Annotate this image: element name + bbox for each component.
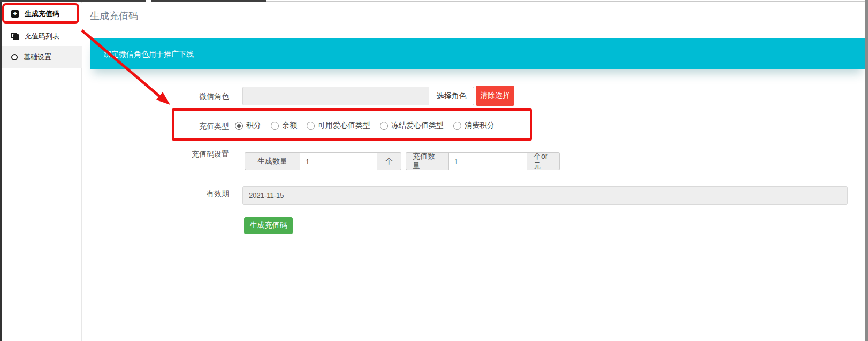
recharge-quantity-group: 充值数量 个or元 [406,152,560,170]
radio-option-points[interactable]: 积分 [235,121,261,130]
recharge-quantity-prefix: 充值数量 [406,152,448,170]
code-settings-label: 充值码设置 [82,149,229,159]
radio-label: 冻结爱心值类型 [391,121,444,130]
sidebar-item-generate-code[interactable]: + 生成充值码 [2,3,82,25]
sidebar-item-label: 基础设置 [24,52,51,62]
recharge-quantity-suffix: 个or元 [527,152,560,170]
recharge-quantity-input[interactable] [448,152,527,170]
radio-icon[interactable] [271,122,279,130]
main-content: 生成充值码 绑定微信角色用于推广下线 微信角色 选择角色 清除选择 充值类型 积… [82,0,865,341]
radio-label: 消费积分 [465,121,494,130]
sidebar-item-label: 生成充值码 [25,9,59,19]
radio-label: 积分 [246,121,261,130]
recharge-type-radio-group: 积分 余额 可用爱心值类型 冻结爱心值类型 消费积分 [235,118,494,133]
radio-icon[interactable] [235,122,243,130]
radio-label: 余额 [282,121,297,130]
radio-option-consume-points[interactable]: 消费积分 [453,121,494,130]
radio-option-frozen-love-value[interactable]: 冻结爱心值类型 [380,121,444,130]
validity-label: 有效期 [82,189,229,198]
vertical-scrollbar[interactable] [865,0,868,341]
sidebar-item-basic-settings[interactable]: 基础设置 [2,46,82,68]
title-divider [90,27,862,27]
select-role-button[interactable]: 选择角色 [429,87,474,105]
generate-quantity-suffix: 个 [377,152,401,170]
panel-header: 绑定微信角色用于推广下线 [90,38,865,69]
radio-icon[interactable] [453,122,461,130]
panel-header-text: 绑定微信角色用于推广下线 [104,50,194,58]
wechat-role-input[interactable] [242,87,429,105]
sidebar: + 生成充值码 充值码列表 基础设置 [2,0,82,341]
generate-quantity-prefix: 生成数量 [245,152,300,170]
radio-icon[interactable] [307,122,315,130]
radio-option-balance[interactable]: 余额 [271,121,297,130]
top-border-segment [151,0,266,2]
sidebar-item-label: 充值码列表 [25,32,59,41]
wechat-role-label: 微信角色 [82,91,229,101]
clear-selection-button[interactable]: 清除选择 [476,86,514,106]
recharge-type-label: 充值类型 [82,121,229,131]
radio-icon[interactable] [380,122,388,130]
circle-icon [11,54,18,60]
plus-square-icon: + [11,10,19,18]
top-border-line [266,1,865,2]
app-window: + 生成充值码 充值码列表 基础设置 生成充值码 绑定微信角色用于推广下线 微信… [0,0,868,341]
copy-icon [11,33,19,40]
top-border-segment [0,0,146,2]
page-title: 生成充值码 [90,10,138,22]
validity-date-input[interactable] [242,186,848,205]
generate-quantity-input[interactable] [300,152,377,170]
sidebar-item-code-list[interactable]: 充值码列表 [2,25,82,47]
generate-code-button[interactable]: 生成充值码 [244,217,293,234]
radio-option-available-love-value[interactable]: 可用爱心值类型 [307,121,370,130]
radio-label: 可用爱心值类型 [318,121,370,130]
generate-quantity-group: 生成数量 个 [245,152,401,170]
